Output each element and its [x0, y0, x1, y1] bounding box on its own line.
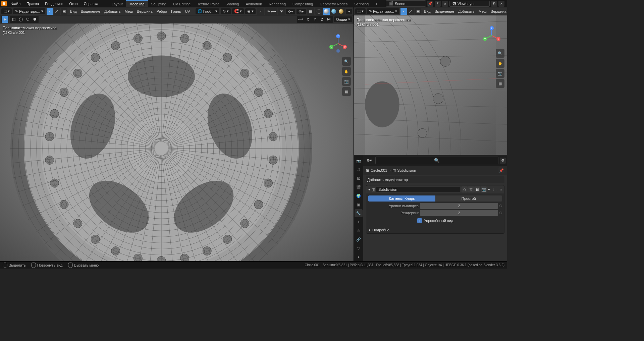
modifier-name-input[interactable]: Subdivision [376, 187, 460, 192]
tool-select-lasso-button[interactable]: ⬡ [24, 16, 31, 23]
tab-add[interactable]: + [372, 0, 381, 7]
zoom-button[interactable]: 🔍 [342, 57, 351, 66]
menu-vertex-r[interactable]: Вершина [489, 9, 507, 13]
navigation-gizmo[interactable]: Z X Y [328, 34, 348, 54]
perspective-toggle-button[interactable]: ▦ [342, 87, 351, 96]
pin-icon[interactable]: 📌 [498, 167, 504, 173]
collapse-icon[interactable]: ▾ [368, 187, 370, 192]
editor-type-dropdown[interactable]: ⬚▾ [1, 8, 12, 14]
tab-rendering[interactable]: Rendering [265, 0, 289, 7]
properties-editor-type[interactable]: ⚙▾ [365, 158, 374, 163]
properties-options-icon[interactable]: ⚙ [500, 158, 506, 164]
select-face-button[interactable]: ▣ [61, 8, 67, 15]
tab-shading[interactable]: Shading [222, 0, 242, 7]
menu-select[interactable]: Выделение [79, 9, 102, 13]
subdiv-simple-tab[interactable]: Простой [435, 195, 502, 202]
tool-select-circle-button[interactable]: ◯ [17, 16, 24, 23]
overlay-dropdown[interactable]: ◎▾ [297, 9, 306, 14]
tab-uv[interactable]: UV Editing [170, 0, 194, 7]
navigation-gizmo-r[interactable]: Z X Y [482, 25, 502, 46]
tab-animation[interactable]: Animation [242, 0, 265, 7]
delete-modifier-icon[interactable]: × [500, 187, 502, 191]
tab-viewlayer-icon[interactable]: 🖼 [355, 174, 363, 182]
keyframe-dot-icon[interactable] [499, 205, 502, 207]
lock-z-button[interactable]: Z [319, 16, 325, 23]
render-levels-input[interactable]: 2 [420, 210, 498, 216]
menu-add-r[interactable]: Добавить [457, 9, 476, 13]
menu-add[interactable]: Добавить [103, 9, 122, 13]
gizmo-dropdown[interactable]: ⊹▾ [286, 9, 295, 14]
menu-file[interactable]: Файл [9, 1, 23, 7]
shading-rendered-button[interactable] [337, 8, 345, 15]
perspective-toggle-button-r[interactable]: ▦ [496, 79, 504, 88]
tab-material-icon[interactable]: ● [355, 253, 363, 261]
lock-y-button[interactable]: Y [312, 16, 318, 23]
extras-dropdown-icon[interactable]: ▾ [488, 187, 490, 192]
mesh-option-button[interactable]: ⟋ [257, 8, 264, 15]
drag-handle-icon[interactable]: ⋮⋮ [491, 187, 499, 192]
viewlayer-selector[interactable]: 🖼 ViewLayer [449, 1, 490, 7]
tab-particles-icon[interactable]: ✦ [355, 218, 363, 226]
new-viewlayer-icon[interactable]: ⎘ [491, 1, 497, 7]
menu-face[interactable]: Грань [170, 9, 182, 13]
mirror-button[interactable]: ⟷ [270, 8, 277, 15]
breadcrumb-modifier[interactable]: Subdivision [397, 168, 416, 172]
shading-solid-button[interactable] [323, 8, 330, 15]
tab-physics-icon[interactable]: ⚛ [355, 227, 363, 235]
select-vertex-button-r[interactable]: ▪ [400, 8, 407, 15]
pan-button-r[interactable]: ✋ [496, 59, 504, 68]
tab-constraints-icon[interactable]: 🔗 [355, 235, 363, 243]
tab-scene-icon[interactable]: 🎬 [355, 183, 363, 191]
xray-button[interactable]: ▦ [307, 8, 314, 15]
subdiv-catmull-tab[interactable]: Кэтмелл-Кларк [368, 195, 435, 202]
delete-viewlayer-icon[interactable]: × [498, 1, 504, 7]
scene-selector[interactable]: 🎬 Scene [386, 0, 426, 7]
orientation-dropdown[interactable]: 🌐 Глоб...▾ [196, 8, 219, 14]
menu-render[interactable]: Рендеринг [42, 1, 66, 7]
tab-sculpting[interactable]: Sculpting [148, 0, 170, 7]
pan-button[interactable]: ✋ [342, 67, 351, 76]
tab-modeling[interactable]: Modeling [126, 0, 148, 7]
zoom-button-r[interactable]: 🔍 [496, 49, 504, 58]
menu-edit[interactable]: Правка [24, 1, 42, 7]
add-modifier-button[interactable]: Добавить модификатор [366, 176, 504, 183]
tool-cursor-button[interactable]: ▶ [2, 16, 8, 23]
menu-mesh-r[interactable]: Меш [477, 9, 488, 13]
tool-select-box-button[interactable]: ◫ [10, 16, 17, 23]
select-edge-button-r[interactable]: ／ [408, 8, 414, 15]
tab-layout[interactable]: Layout [108, 0, 126, 7]
tab-geonodes[interactable]: Geometry Nodes [316, 0, 351, 7]
proportional-dropdown[interactable]: ◉▾ [245, 8, 256, 14]
viewport-levels-input[interactable]: 2 [420, 203, 498, 209]
editor-type-dropdown-r[interactable]: ⬚▾ [355, 8, 366, 14]
tool-select-tweak-button[interactable]: ⬢ [32, 16, 38, 23]
select-edge-button[interactable]: ／ [54, 8, 60, 15]
tab-render-icon[interactable]: 📷 [355, 157, 363, 165]
properties-search-input[interactable] [375, 157, 498, 164]
select-face-button-r[interactable]: ▣ [415, 8, 421, 15]
camera-view-button[interactable]: 📷 [342, 77, 351, 86]
keyframe-dot-icon[interactable] [499, 212, 502, 214]
camera-view-button-r[interactable]: 📷 [496, 69, 504, 78]
tab-modifiers-icon[interactable]: 🔧 [355, 209, 363, 217]
shading-options-dropdown[interactable]: ▾ [346, 9, 352, 14]
mod-render-icon[interactable]: 📷 [481, 186, 487, 192]
tab-texture[interactable]: Texture Paint [194, 0, 222, 7]
snap-dropdown[interactable]: 🧲▾ [232, 8, 244, 14]
simplified-checkbox[interactable]: ✓ [417, 218, 422, 223]
menu-window[interactable]: Окно [66, 1, 80, 7]
menu-mesh[interactable]: Меш [123, 9, 134, 13]
mode-dropdown[interactable]: ✎ Редактиро...▾ [13, 8, 45, 14]
breadcrumb-object[interactable]: Circle.001 [371, 168, 387, 172]
menu-view[interactable]: Вид [69, 9, 78, 13]
tab-world-icon[interactable]: 🌍 [355, 192, 363, 200]
tab-output-icon[interactable]: 🖨 [355, 166, 363, 174]
options-dropdown[interactable]: Опции ▾ [334, 16, 352, 22]
delete-scene-icon[interactable]: × [442, 1, 448, 7]
advanced-expand[interactable]: ▸ Подробно [366, 226, 504, 233]
visibility-button[interactable]: 👁 [278, 8, 285, 15]
tab-scripting[interactable]: Scripting [351, 0, 372, 7]
mode-dropdown-r[interactable]: ✎ Редактиро...▾ [367, 8, 399, 14]
shading-wireframe-button[interactable] [315, 8, 323, 15]
tab-mesh-icon[interactable]: ▽ [355, 244, 363, 252]
